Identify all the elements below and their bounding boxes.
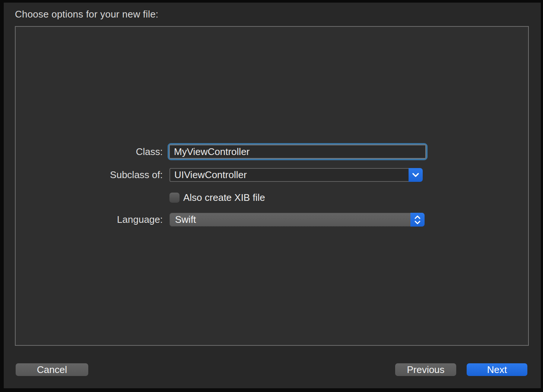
subclass-label: Subclass of: (48, 168, 163, 182)
subclass-dropdown-button[interactable] (409, 168, 423, 182)
chevron-down-icon (412, 173, 419, 178)
xib-checkbox-label[interactable]: Also create XIB file (183, 191, 265, 205)
screen: Choose options for your new file: Class:… (0, 0, 543, 392)
chevron-up-icon (414, 215, 421, 219)
class-field-focus-ring (168, 143, 428, 160)
chevron-down-icon (414, 220, 421, 224)
language-label: Language: (48, 213, 163, 227)
language-popup[interactable]: Swift (169, 213, 425, 227)
class-input[interactable] (169, 145, 426, 159)
language-stepper-button[interactable] (410, 213, 425, 227)
subclass-combobox (169, 168, 423, 182)
language-value: Swift (169, 213, 410, 227)
subclass-input[interactable] (169, 168, 409, 182)
xib-checkbox[interactable] (169, 193, 180, 203)
new-file-options-dialog: Choose options for your new file: Class:… (4, 3, 541, 388)
next-button[interactable]: Next (467, 363, 527, 376)
cancel-button[interactable]: Cancel (16, 363, 88, 376)
previous-button[interactable]: Previous (395, 363, 456, 376)
options-panel (15, 26, 529, 346)
class-label: Class: (48, 143, 163, 160)
dialog-title: Choose options for your new file: (15, 9, 158, 20)
